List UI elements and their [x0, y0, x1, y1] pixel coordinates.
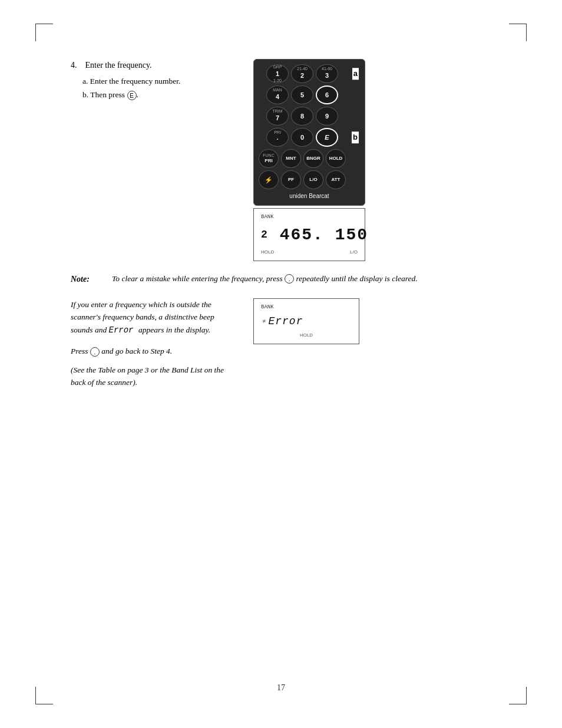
- key-man: MAN 4: [266, 85, 289, 104]
- keypad-box: GRP 1 1-20 21-40 2 41-60 3 a: [253, 59, 365, 206]
- page-content: 4. Enter the frequency. a. Enter the fre…: [71, 59, 515, 389]
- keypad-row-2: MAN 4 5 6: [259, 85, 346, 104]
- display-hold: HOLD: [261, 249, 274, 256]
- key-pf: PF: [281, 170, 301, 189]
- clear-btn-circle: .: [285, 274, 294, 284]
- key-0: 0: [291, 128, 313, 147]
- display-bank-label: BANK: [261, 213, 358, 222]
- go-back-btn-circle: .: [90, 347, 100, 357]
- corner-mark-tr-h: [509, 24, 527, 24]
- press-label: Press: [71, 347, 88, 355]
- page-number: 17: [277, 683, 285, 693]
- key-3: 41-60 3: [316, 64, 338, 83]
- error-section: If you enter a frequency which is outsid…: [71, 298, 515, 389]
- step-4-section: 4. Enter the frequency. a. Enter the fre…: [71, 59, 515, 261]
- error-bank-label: BANK: [261, 304, 352, 312]
- error-display-box: BANK ✶ Error HOLD: [253, 298, 359, 345]
- display-footer: HOLD L/O: [261, 249, 358, 256]
- row-label-a-1: a: [352, 68, 359, 80]
- step-title: Enter the frequency.: [85, 61, 152, 70]
- key-pri: PRI ·: [266, 128, 289, 147]
- error-word: Error: [109, 325, 138, 335]
- key-5: 5: [291, 85, 313, 104]
- key-att: ATT: [326, 170, 346, 189]
- key-e-highlight: E: [316, 128, 338, 147]
- key-bngr: BNGR: [303, 149, 323, 168]
- step-text: 4. Enter the frequency. a. Enter the fre…: [71, 59, 236, 261]
- key-mnt: MNT: [281, 149, 301, 168]
- note-section: Note: To clear a mistake while entering …: [71, 273, 515, 285]
- key-lightning: ⚡: [259, 170, 279, 189]
- step-sub-a: a. Enter the frequency number.: [82, 75, 236, 88]
- corner-mark-br: [526, 687, 527, 704]
- error-display-text: Error: [268, 314, 303, 330]
- key-trim: TRIM 7: [266, 107, 289, 126]
- frequency-display: BANK 2 465. 150 HOLD L/O: [253, 208, 365, 261]
- e-key-inline: E: [127, 91, 137, 100]
- keypad-row-6: ⚡ PF L/O ATT: [259, 170, 346, 189]
- corner-mark-br-h: [509, 704, 527, 704]
- keypad-container: GRP 1 1-20 21-40 2 41-60 3 a: [259, 64, 360, 189]
- corner-mark-tr: [526, 24, 527, 41]
- error-hold-label: HOLD: [261, 332, 352, 339]
- see-table-text: (See the Table on page 3 or the Band Lis…: [71, 364, 230, 389]
- scanner-brand: uniden Bearcat: [259, 192, 360, 200]
- key-lo: L/O: [303, 170, 323, 189]
- corner-mark-bl: [35, 687, 36, 704]
- step-number: 4. Enter the frequency.: [71, 59, 236, 71]
- corner-mark-tl-h: [35, 24, 53, 24]
- scanner-panel: GRP 1 1-20 21-40 2 41-60 3 a: [253, 59, 371, 261]
- keypad-row-3: TRIM 7 8 9: [259, 107, 346, 126]
- keypad-row-1: GRP 1 1-20 21-40 2 41-60 3 a: [259, 64, 346, 83]
- key-hold: HOLD: [326, 149, 346, 168]
- display-lio: L/O: [350, 249, 358, 256]
- key-func-pri: FUNC PRI: [259, 149, 279, 168]
- key-2: 21-40 2: [291, 64, 313, 83]
- key-6-highlight: 6: [316, 85, 338, 104]
- step-label: 4.: [71, 61, 77, 70]
- corner-mark-tl: [35, 24, 36, 41]
- key-8: 8: [291, 107, 313, 126]
- corner-mark-bl-h: [35, 704, 53, 704]
- key-9: 9: [316, 107, 338, 126]
- keypad-row-5: FUNC PRI MNT BNGR HOLD: [259, 149, 346, 168]
- error-text-block: If you enter a frequency which is outsid…: [71, 298, 230, 389]
- keypad-row-4: PRI · 0 E b: [259, 128, 346, 147]
- key-grp: GRP 1 1-20: [266, 64, 289, 83]
- row-label-b: b: [352, 131, 359, 143]
- step-sub-b: b. Then press E.: [82, 88, 236, 102]
- press-text: Press . and go back to Step 4.: [71, 345, 230, 358]
- error-freq-line: ✶ Error: [261, 314, 352, 330]
- note-text: To clear a mistake while entering the fr…: [112, 273, 418, 285]
- display-frequency: 2 465. 150: [261, 223, 358, 248]
- note-label: Note:: [71, 273, 106, 285]
